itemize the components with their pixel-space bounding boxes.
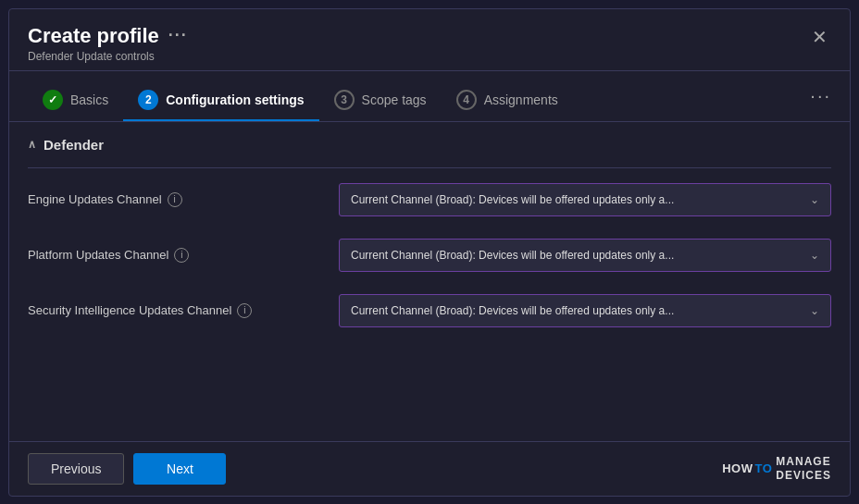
steps-bar: ✓ Basics 2 Configuration settings 3 Scop… — [9, 71, 850, 122]
step-config-label: Configuration settings — [166, 92, 304, 107]
engine-label-text: Engine Updates Channel — [28, 192, 162, 206]
step-config[interactable]: 2 Configuration settings — [123, 82, 318, 121]
step-scope-circle: 3 — [334, 90, 355, 110]
footer-buttons: Previous Next — [28, 453, 226, 485]
engine-dropdown-arrow: ⌄ — [810, 193, 819, 206]
step-scope[interactable]: 3 Scope tags — [319, 82, 442, 121]
engine-label: Engine Updates Channel i — [28, 192, 324, 207]
security-updates-row: Security Intelligence Updates Channel i … — [28, 294, 831, 327]
logo-manage: MANAGE — [776, 455, 831, 468]
step-basics[interactable]: ✓ Basics — [28, 82, 123, 121]
collapse-icon[interactable]: ∧ — [28, 138, 36, 151]
platform-dropdown[interactable]: Current Channel (Broad): Devices will be… — [339, 239, 831, 272]
security-dropdown[interactable]: Current Channel (Broad): Devices will be… — [339, 294, 831, 327]
platform-label: Platform Updates Channel i — [28, 248, 324, 263]
step-basics-label: Basics — [70, 92, 108, 107]
close-button[interactable]: ✕ — [808, 24, 831, 50]
logo-to: TO — [754, 461, 772, 475]
step-assignments[interactable]: 4 Assignments — [442, 82, 573, 121]
modal-content: ∧ Defender Engine Updates Channel i Curr… — [9, 122, 850, 441]
logo-how: HOW — [722, 461, 753, 475]
create-profile-modal: Create profile ··· Defender Update contr… — [8, 8, 851, 497]
engine-info-icon[interactable]: i — [168, 192, 182, 207]
previous-button[interactable]: Previous — [28, 453, 124, 485]
modal-footer: Previous Next HOW TO MANAGE DEVICES — [9, 441, 850, 496]
security-label-text: Security Intelligence Updates Channel — [28, 303, 231, 317]
section-header: ∧ Defender — [28, 137, 831, 153]
step-assignments-circle: 4 — [456, 90, 477, 110]
platform-updates-row: Platform Updates Channel i Current Chann… — [28, 239, 831, 272]
engine-dropdown[interactable]: Current Channel (Broad): Devices will be… — [339, 183, 831, 216]
title-area: Create profile ··· Defender Update contr… — [28, 24, 188, 63]
step-basics-circle: ✓ — [43, 90, 63, 110]
platform-dropdown-value: Current Channel (Broad): Devices will be… — [351, 249, 803, 262]
security-label: Security Intelligence Updates Channel i — [28, 303, 324, 318]
modal-subtitle: Defender Update controls — [28, 50, 188, 63]
step-assignments-label: Assignments — [484, 92, 558, 107]
logo-devices: DEVICES — [776, 469, 831, 482]
security-info-icon[interactable]: i — [237, 303, 252, 318]
engine-updates-row: Engine Updates Channel i Current Channel… — [28, 183, 831, 216]
footer-logo: HOW TO MANAGE DEVICES — [722, 455, 831, 482]
security-dropdown-value: Current Channel (Broad): Devices will be… — [351, 304, 803, 317]
modal-header: Create profile ··· Defender Update contr… — [9, 9, 850, 71]
engine-dropdown-value: Current Channel (Broad): Devices will be… — [351, 193, 803, 206]
title-text: Create profile — [28, 24, 159, 48]
section-label: Defender — [44, 137, 104, 153]
steps-more-options[interactable]: ··· — [810, 85, 831, 117]
security-dropdown-arrow: ⌄ — [810, 304, 819, 317]
step-config-circle: 2 — [138, 90, 158, 110]
section-divider — [28, 167, 831, 168]
next-button[interactable]: Next — [133, 453, 226, 485]
platform-info-icon[interactable]: i — [174, 248, 189, 263]
title-more-options[interactable]: ··· — [168, 26, 188, 45]
platform-dropdown-arrow: ⌄ — [810, 249, 819, 262]
platform-label-text: Platform Updates Channel — [28, 248, 168, 262]
modal-title: Create profile ··· — [28, 24, 188, 48]
step-scope-label: Scope tags — [362, 92, 427, 107]
